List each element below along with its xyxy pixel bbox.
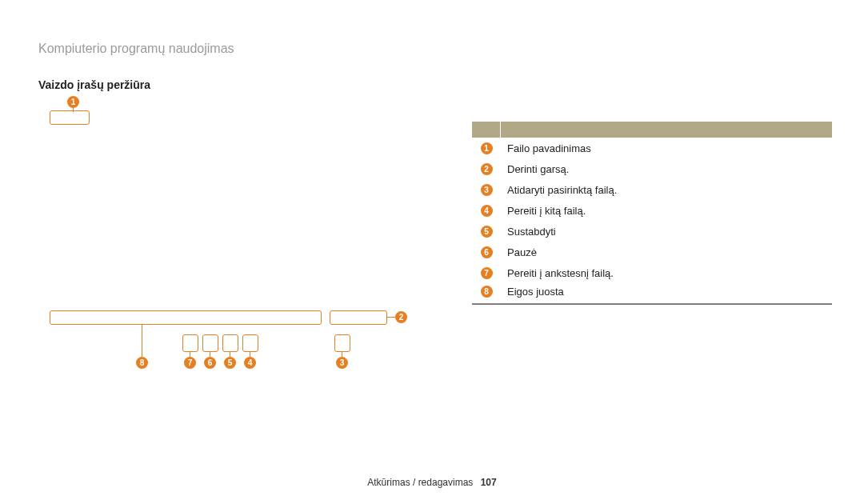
legend-text: Atidaryti pasirinktą failą. xyxy=(501,184,617,196)
section-title: Vaizdo įrašų peržiūra xyxy=(38,78,150,91)
legend-num: 3 xyxy=(481,184,493,196)
legend-num: 6 xyxy=(481,246,493,258)
callout-7: 7 xyxy=(184,357,196,369)
legend-num-cell: 2 xyxy=(472,163,501,175)
legend-num: 1 xyxy=(481,142,493,154)
next-button-box xyxy=(242,334,258,352)
legend-num: 8 xyxy=(481,286,493,298)
callout-5: 5 xyxy=(224,357,236,369)
volume-box xyxy=(330,310,387,325)
pause-button-box xyxy=(202,334,218,352)
legend-num-cell: 8 xyxy=(472,286,501,298)
legend-header-num-col xyxy=(472,122,501,138)
stop-button-box xyxy=(222,334,238,352)
prev-button-box xyxy=(182,334,198,352)
legend-row: 1 Failo pavadinimas xyxy=(472,138,832,158)
page-footer: Atkūrimas / redagavimas 107 xyxy=(0,477,864,488)
legend-text: Pereiti į ankstesnį failą. xyxy=(501,267,614,279)
legend-row: 8 Eigos juosta xyxy=(472,283,832,304)
open-button-box xyxy=(334,334,350,352)
legend-num-cell: 3 xyxy=(472,184,501,196)
callout-4: 4 xyxy=(244,357,256,369)
footer-label: Atkūrimas / redagavimas xyxy=(367,477,473,488)
legend-table: 1 Failo pavadinimas 2 Derinti garsą. 3 A… xyxy=(472,122,832,305)
legend-row: 6 Pauzė xyxy=(472,242,832,262)
legend-num-cell: 1 xyxy=(472,142,501,154)
legend-num: 7 xyxy=(481,267,493,279)
legend-text: Pauzė xyxy=(501,246,537,258)
legend-num: 5 xyxy=(481,226,493,238)
callout-8: 8 xyxy=(136,357,148,369)
page-header: Kompiuterio programų naudojimas xyxy=(38,42,234,56)
legend-text: Sustabdyti xyxy=(501,226,556,238)
legend-row: 4 Pereiti į kitą failą. xyxy=(472,200,832,221)
video-player-diagram: 1 2 8 7 6 5 4 3 xyxy=(50,96,418,368)
legend-text: Eigos juosta xyxy=(501,286,564,298)
callout-3: 3 xyxy=(336,357,348,369)
filename-box xyxy=(50,110,90,125)
callout-line xyxy=(387,317,395,318)
callout-6: 6 xyxy=(204,357,216,369)
progress-bar-box xyxy=(50,310,322,325)
legend-text: Pereiti į kitą failą. xyxy=(501,205,586,217)
callout-line xyxy=(142,325,142,357)
legend-num-cell: 4 xyxy=(472,205,501,217)
legend-text: Failo pavadinimas xyxy=(501,142,591,154)
callout-2: 2 xyxy=(395,311,407,323)
legend-num: 4 xyxy=(481,205,493,217)
legend-row: 7 Pereiti į ankstesnį failą. xyxy=(472,262,832,283)
legend-row: 3 Atidaryti pasirinktą failą. xyxy=(472,179,832,200)
legend-body: 1 Failo pavadinimas 2 Derinti garsą. 3 A… xyxy=(472,138,832,305)
legend-text: Derinti garsą. xyxy=(501,163,569,175)
legend-num: 2 xyxy=(481,163,493,175)
legend-row: 2 Derinti garsą. xyxy=(472,158,832,179)
callout-1: 1 xyxy=(67,96,79,108)
legend-row: 5 Sustabdyti xyxy=(472,221,832,242)
legend-num-cell: 6 xyxy=(472,246,501,258)
page-number: 107 xyxy=(481,477,497,488)
legend-header xyxy=(472,122,832,138)
legend-num-cell: 7 xyxy=(472,267,501,279)
legend-num-cell: 5 xyxy=(472,226,501,238)
